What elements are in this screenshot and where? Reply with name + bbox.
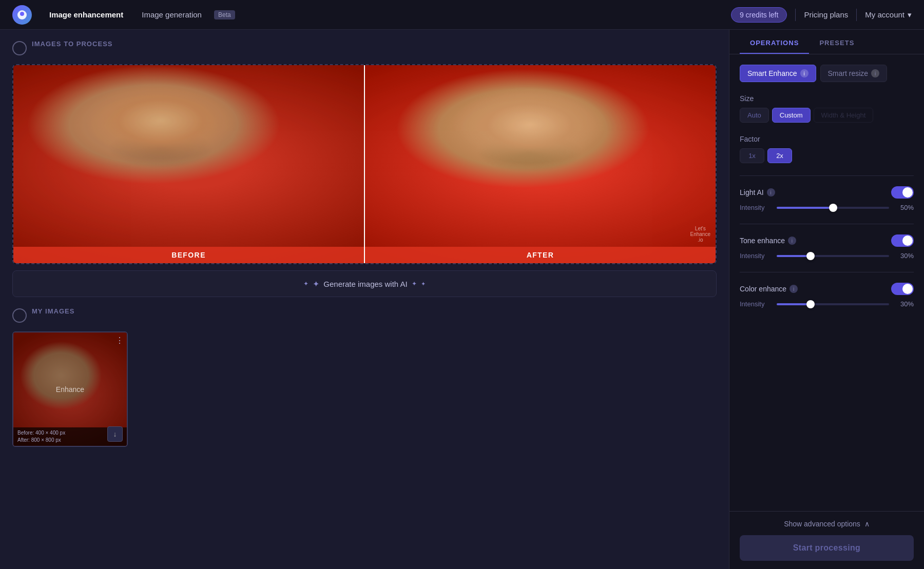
color-slider-row: Intensity 30% — [740, 300, 914, 308]
header-right: 9 credits left Pricing plans My account … — [731, 7, 912, 23]
tone-info-icon[interactable]: i — [788, 237, 796, 245]
credits-badge: 9 credits left — [731, 7, 787, 23]
smart-enhance-label: Smart Enhance — [747, 69, 797, 77]
color-slider-fill — [777, 303, 811, 305]
nav-image-enhancement[interactable]: Image enhancement — [41, 6, 131, 23]
my-images-check-icon — [12, 308, 27, 323]
before-image — [13, 65, 364, 263]
tone-value: 30% — [895, 252, 914, 260]
generate-ai-label: Generate images with AI — [323, 280, 407, 288]
light-ai-info-icon[interactable]: i — [767, 188, 775, 197]
svg-point-1 — [20, 12, 24, 16]
light-ai-slider-thumb[interactable] — [829, 204, 837, 212]
tone-slider[interactable] — [777, 255, 889, 257]
pricing-link[interactable]: Pricing plans — [804, 10, 848, 19]
tab-presets[interactable]: PRESETS — [809, 30, 864, 54]
tone-intensity-label: Intensity — [740, 252, 771, 260]
tone-toggle[interactable] — [891, 234, 914, 247]
account-button[interactable]: My account ▾ — [865, 10, 912, 19]
after-image — [365, 65, 716, 263]
size-auto-button[interactable]: Auto — [740, 108, 769, 123]
tone-slider-thumb[interactable] — [806, 252, 815, 260]
tone-slider-row: Intensity 30% — [740, 252, 914, 260]
color-info-icon[interactable]: i — [790, 285, 798, 293]
sparkle-icon-4: ✦ — [421, 281, 426, 287]
light-ai-intensity-label: Intensity — [740, 204, 771, 211]
color-label: Color enhance — [740, 285, 786, 293]
color-toggle[interactable] — [891, 283, 914, 295]
start-processing-button[interactable]: Start processing — [740, 535, 914, 561]
separator-2 — [740, 224, 914, 224]
tone-label: Tone enhance — [740, 237, 785, 245]
color-label-group: Color enhance i — [740, 285, 798, 293]
smart-enhance-info-icon[interactable]: i — [800, 69, 808, 77]
color-value: 30% — [895, 300, 914, 308]
factor-group: Factor 1x 2x — [740, 135, 914, 163]
header-divider-1 — [795, 9, 796, 21]
app-logo — [12, 5, 32, 25]
light-ai-value: 50% — [895, 204, 914, 211]
tab-operations[interactable]: OPERATIONS — [740, 30, 809, 54]
watermark: Let'sEnhance.io — [690, 226, 710, 243]
my-images-title: MY IMAGES — [32, 307, 75, 315]
main-nav: Image enhancement Image generation Beta — [41, 6, 235, 23]
size-custom-button[interactable]: Custom — [772, 108, 811, 123]
image-grid: Enhance ⋮ Before: 400 × 400 px After: 80… — [12, 331, 717, 447]
light-ai-label: Light AI — [740, 188, 764, 197]
separator-1 — [740, 175, 914, 176]
light-ai-group: Light AI i Intensity 50% — [740, 186, 914, 211]
generate-ai-bar[interactable]: ✦ ✦ Generate images with AI ✦ ✦ — [12, 270, 717, 297]
light-ai-slider-row: Intensity 50% — [740, 204, 914, 211]
light-ai-slider-fill — [777, 207, 833, 209]
before-label: BEFORE — [13, 247, 364, 263]
light-ai-toggle[interactable] — [891, 186, 914, 199]
main-content: IMAGES TO PROCESS BEFORE Let'sEnhance.io… — [0, 30, 924, 569]
light-ai-label-group: Light AI i — [740, 188, 775, 197]
factor-btn-group: 1x 2x — [740, 148, 914, 163]
smart-resize-label: Smart resize — [828, 69, 869, 77]
color-slider[interactable] — [777, 303, 889, 305]
images-section-title: IMAGES TO PROCESS — [32, 40, 113, 48]
sparkle-icon-1: ✦ — [303, 280, 309, 287]
chevron-up-icon: ∧ — [864, 520, 870, 528]
download-button[interactable]: ↓ — [107, 426, 123, 442]
thumbnail-menu-icon[interactable]: ⋮ — [116, 336, 124, 345]
header: Image enhancement Image generation Beta … — [0, 0, 924, 30]
right-panel: OPERATIONS PRESETS Smart Enhance i Smart… — [729, 30, 924, 569]
right-content: Smart Enhance i Smart resize i Size Auto… — [729, 54, 924, 511]
tone-enhance-group: Tone enhance i Intensity 30% — [740, 234, 914, 260]
after-photo — [365, 65, 716, 263]
thumbnail-label: Enhance — [56, 385, 84, 394]
bottom-area: Show advanced options ∧ Start processing — [729, 511, 924, 569]
before-side: BEFORE — [13, 65, 365, 263]
operation-buttons: Smart Enhance i Smart resize i — [740, 65, 914, 82]
color-toggle-row: Color enhance i — [740, 283, 914, 295]
after-side: Let'sEnhance.io AFTER — [365, 65, 716, 263]
nav-image-generation[interactable]: Image generation — [133, 6, 210, 23]
size-label: Size — [740, 94, 914, 103]
size-width-height-button[interactable]: Width & Height — [814, 108, 874, 123]
list-item[interactable]: Enhance ⋮ Before: 400 × 400 px After: 80… — [12, 331, 128, 447]
smart-resize-button[interactable]: Smart resize i — [820, 65, 888, 82]
factor-2x-button[interactable]: 2x — [767, 148, 792, 163]
header-divider-2 — [856, 9, 857, 21]
separator-3 — [740, 272, 914, 272]
color-slider-thumb[interactable] — [806, 300, 815, 308]
tone-label-group: Tone enhance i — [740, 237, 796, 245]
color-enhance-group: Color enhance i Intensity 30% — [740, 283, 914, 308]
chevron-down-icon: ▾ — [908, 10, 912, 19]
before-photo — [13, 65, 364, 263]
after-label: AFTER — [365, 247, 716, 263]
light-ai-toggle-row: Light AI i — [740, 186, 914, 199]
left-panel: IMAGES TO PROCESS BEFORE Let'sEnhance.io… — [0, 30, 729, 569]
light-ai-slider[interactable] — [777, 207, 889, 209]
my-images-header: MY IMAGES — [12, 307, 717, 323]
images-section-header: IMAGES TO PROCESS — [12, 40, 717, 56]
factor-1x-button[interactable]: 1x — [740, 148, 764, 163]
show-advanced-button[interactable]: Show advanced options ∧ — [740, 520, 914, 528]
smart-enhance-button[interactable]: Smart Enhance i — [740, 65, 816, 82]
before-after-container: BEFORE Let'sEnhance.io AFTER — [13, 65, 716, 263]
smart-resize-info-icon[interactable]: i — [871, 69, 879, 77]
download-icon: ↓ — [113, 430, 117, 438]
sparkle-icon-2: ✦ — [313, 279, 319, 289]
